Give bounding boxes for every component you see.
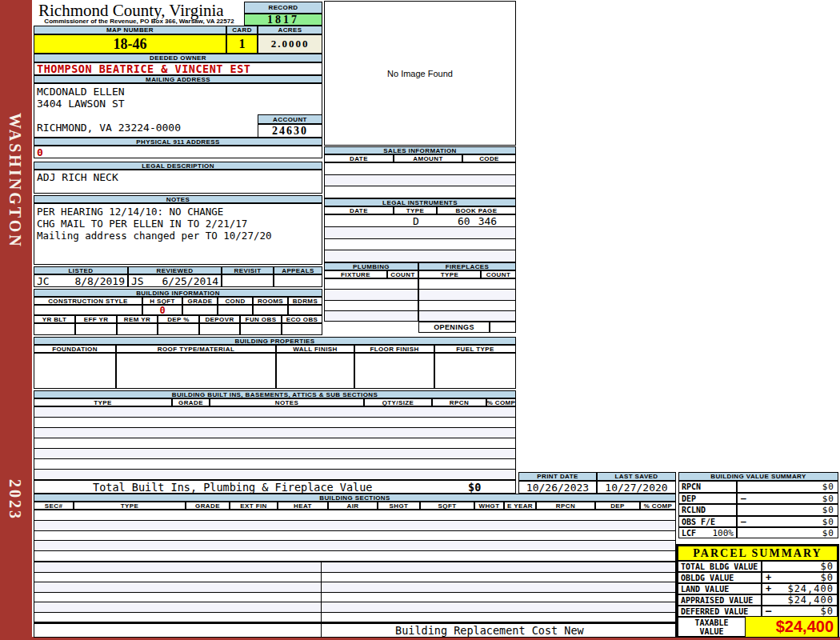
parcel-amount: $24,400 [787, 583, 834, 594]
legal-description-box: ADJ RICH NECK [34, 170, 322, 194]
replacement-cost-label: Building Replacement Cost New [395, 624, 584, 637]
deeded-owner-header: DEEDED OWNER [34, 54, 322, 62]
bvs-rpcn-label: RPCN [678, 481, 737, 493]
construction-style-header: CONSTRUCTION STYLE [34, 297, 142, 305]
bvs-amount: $0 [822, 494, 834, 504]
parcel-deferred-label: DEFERRED VALUE [678, 606, 762, 617]
image-panel: No Image Found [324, 1, 516, 146]
notes-line-2: CHG MAIL TO PER ELLEN IN TO 2/21/17 [37, 218, 272, 230]
fireplaces-empty-rows [418, 278, 516, 322]
parcel-label: DEFERRED VALUE [681, 607, 748, 616]
replacement-row-divider [321, 624, 322, 637]
acres-header: ACRES [258, 26, 322, 34]
parcel-total-bldg-value: $0 [762, 561, 838, 572]
eff-yr-header: EFF YR [75, 315, 117, 323]
shgt-header: SHGT [378, 502, 420, 510]
air-header: AIR [328, 502, 378, 510]
fun-obs-header: FUN OBS [240, 315, 282, 323]
section-type-header: TYPE [74, 502, 186, 510]
reviewed-by: JS [131, 275, 144, 287]
instrument-page-value: 346 [478, 215, 497, 227]
bvs-rpcn-value: $0 [737, 481, 838, 493]
section-rpcn-header: RPCN [536, 502, 595, 510]
yr-blt-value [34, 323, 75, 335]
depovr-value [199, 323, 240, 335]
bvs-lcf-pct: 100% [713, 528, 734, 538]
floor-finish-header: FLOOR FINISH [354, 345, 434, 353]
instrument-book-value: 60 [458, 215, 470, 227]
bvs-sign: – [741, 494, 746, 504]
section-grade-header: GRADE [186, 502, 230, 510]
bottom-rows-divider [321, 562, 322, 622]
bvs-label: LCF [682, 529, 696, 538]
e-year-header: E YEAR [504, 502, 536, 510]
sales-date-header: DATE [324, 154, 394, 162]
parcel-label: OBLDG VALUE [681, 574, 734, 582]
parcel-sign: – [766, 606, 771, 617]
bvs-lcf-value: $0 [737, 527, 838, 538]
parcel-total-bldg-label: TOTAL BLDG VALUE [678, 561, 762, 572]
whgt-header: WHGT [474, 502, 504, 510]
bvs-amount: $0 [822, 528, 834, 538]
openings-label: OPENINGS [434, 323, 474, 331]
listed-value: JC 8/8/2019 [34, 274, 128, 287]
parcel-amount: $0 [821, 561, 834, 572]
notes-line-1: PER HEARING 12/14/10: NO CHANGE [37, 206, 272, 218]
instrument-type-value: D [394, 215, 438, 227]
commissioner-line: Commissioner of the Revenue, PO Box 366,… [35, 18, 243, 25]
bvs-amount: $0 [822, 505, 834, 515]
parcel-label: TOTAL BLDG VALUE [681, 562, 758, 571]
reviewed-header: REVIEWED [128, 266, 222, 274]
taxable-row: TAXABLE VALUE $24,400 [678, 617, 838, 637]
record-header: RECORD [244, 2, 322, 14]
legal-instruments-rows: D 60 346 [324, 214, 516, 262]
appeals-header: APPEALS [274, 266, 322, 274]
bdrms-header: BDRMS [288, 297, 322, 305]
ext-fin-header: EXT FIN [230, 502, 278, 510]
built-ins-rpcn-header: RPCN [432, 398, 486, 406]
building-properties-header: BUILDING PROPERTIES [34, 337, 516, 345]
fireplace-type-header: TYPE [418, 270, 481, 278]
eco-obs-value [282, 323, 322, 335]
building-sections-empty-rows-a [34, 510, 676, 562]
notes-header: NOTES [34, 195, 322, 203]
eco-obs-header: ECO OBS [282, 315, 322, 323]
built-ins-notes-header: NOTES [210, 398, 364, 406]
taxable-value-cell: $24,400 [746, 617, 838, 637]
print-date-header: PRINT DATE [518, 472, 597, 481]
parcel-summary-title: PARCEL SUMMARY [678, 546, 838, 561]
building-sections-empty-rows-b [34, 562, 676, 623]
eff-yr-value [75, 323, 117, 335]
map-number-header: MAP NUMBER [34, 26, 226, 34]
parcel-label: APPRAISED VALUE [681, 596, 753, 605]
dep-pct-value [158, 323, 199, 335]
no-image-placeholder: No Image Found [387, 69, 453, 78]
legal-instruments-header: LEGAL INSTRUMENTS [324, 198, 516, 206]
parcel-land-value: + $24,400 [762, 583, 838, 594]
parcel-amount: $24,400 [787, 594, 834, 606]
taxable-label-cell: TAXABLE VALUE [678, 617, 746, 637]
replacement-cost-row: Building Replacement Cost New [34, 623, 676, 638]
property-record-card: { "colors": { "header_bar_blue": "#BCD8E… [0, 0, 840, 640]
built-ins-comp-header: % COMP [486, 398, 516, 406]
sales-empty-rows [324, 162, 516, 198]
built-ins-total-label: Total Built Ins, Plumbing & Fireplace Va… [93, 481, 373, 494]
bvs-dep-label: DEP [678, 493, 737, 504]
bvs-label: DEP [682, 494, 696, 503]
mailing-line-4: RICHMOND, VA 23224-0000 [37, 122, 181, 134]
sec-num-header: SEC# [34, 502, 74, 510]
fireplace-count-header: COUNT [481, 270, 516, 278]
sales-code-header: CODE [462, 154, 516, 162]
bvs-lcf-label: LCF 100% [678, 527, 737, 538]
foundation-header: FOUNDATION [34, 345, 116, 353]
plumbing-count-header: COUNT [387, 270, 418, 278]
rooms-header: ROOMS [253, 297, 288, 305]
bvs-rclnd-label: RCLND [678, 504, 737, 516]
roof-type-value [116, 353, 276, 389]
heat-header: HEAT [278, 502, 328, 510]
instrument-date-header: DATE [324, 206, 394, 214]
mailing-line-2: 3404 LAWSON ST [37, 98, 181, 110]
bvs-sign: – [741, 517, 746, 527]
owner-name: THOMPSON BEATRICE & VINCENT EST [37, 62, 250, 75]
cond-header: COND [218, 297, 253, 305]
